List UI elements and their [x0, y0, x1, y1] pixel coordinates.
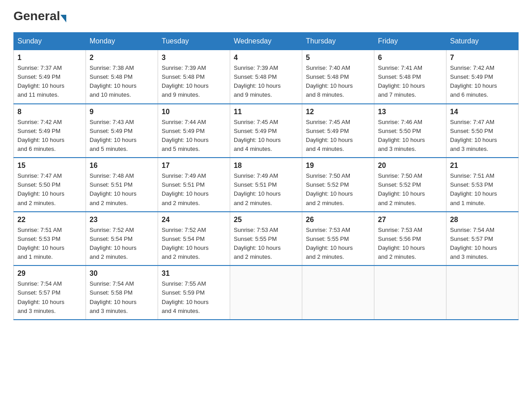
calendar-day-cell: 9 Sunrise: 7:43 AMSunset: 5:49 PMDayligh… [86, 104, 158, 158]
calendar-day-cell: 1 Sunrise: 7:37 AMSunset: 5:49 PMDayligh… [14, 50, 86, 104]
calendar-day-cell: 17 Sunrise: 7:49 AMSunset: 5:51 PMDaylig… [158, 158, 230, 212]
day-info: Sunrise: 7:53 AMSunset: 5:55 PMDaylight:… [234, 227, 281, 260]
day-number: 6 [378, 54, 442, 62]
calendar-day-cell: 5 Sunrise: 7:40 AMSunset: 5:48 PMDayligh… [302, 50, 374, 104]
day-info: Sunrise: 7:47 AMSunset: 5:50 PMDaylight:… [450, 119, 497, 152]
day-number: 10 [162, 108, 226, 116]
day-number: 13 [378, 108, 442, 116]
calendar-day-cell [302, 265, 374, 320]
calendar-day-cell: 7 Sunrise: 7:42 AMSunset: 5:49 PMDayligh… [446, 50, 519, 104]
day-number: 28 [450, 216, 515, 224]
day-number: 26 [306, 216, 370, 224]
calendar-header-saturday: Saturday [446, 33, 519, 50]
day-number: 31 [162, 270, 226, 278]
day-info: Sunrise: 7:43 AMSunset: 5:49 PMDaylight:… [90, 119, 137, 152]
calendar-header-monday: Monday [86, 33, 158, 50]
day-number: 17 [162, 162, 226, 170]
logo: General [13, 9, 67, 23]
calendar-day-cell [230, 265, 302, 320]
day-number: 30 [90, 270, 154, 278]
calendar-day-cell: 21 Sunrise: 7:51 AMSunset: 5:53 PMDaylig… [446, 158, 519, 212]
day-number: 19 [306, 162, 370, 170]
day-number: 11 [234, 108, 298, 116]
calendar-day-cell [446, 265, 519, 320]
calendar-day-cell: 11 Sunrise: 7:45 AMSunset: 5:49 PMDaylig… [230, 104, 302, 158]
day-number: 9 [90, 108, 154, 116]
day-number: 25 [234, 216, 298, 224]
calendar-header-row: SundayMondayTuesdayWednesdayThursdayFrid… [14, 33, 519, 50]
day-number: 20 [378, 162, 442, 170]
day-number: 7 [450, 54, 515, 62]
calendar-day-cell: 19 Sunrise: 7:50 AMSunset: 5:52 PMDaylig… [302, 158, 374, 212]
day-info: Sunrise: 7:40 AMSunset: 5:48 PMDaylight:… [306, 64, 353, 98]
calendar-table: SundayMondayTuesdayWednesdayThursdayFrid… [13, 32, 519, 320]
day-info: Sunrise: 7:51 AMSunset: 5:53 PMDaylight:… [17, 227, 64, 260]
day-info: Sunrise: 7:52 AMSunset: 5:54 PMDaylight:… [90, 227, 137, 260]
calendar-week-row: 15 Sunrise: 7:47 AMSunset: 5:50 PMDaylig… [14, 158, 519, 212]
calendar-header-wednesday: Wednesday [230, 33, 302, 50]
day-info: Sunrise: 7:54 AMSunset: 5:58 PMDaylight:… [90, 280, 137, 314]
day-info: Sunrise: 7:53 AMSunset: 5:55 PMDaylight:… [306, 227, 353, 260]
day-number: 27 [378, 216, 442, 224]
calendar-day-cell: 2 Sunrise: 7:38 AMSunset: 5:48 PMDayligh… [86, 50, 158, 104]
calendar-header-friday: Friday [374, 33, 446, 50]
calendar-header-sunday: Sunday [14, 33, 86, 50]
day-info: Sunrise: 7:50 AMSunset: 5:52 PMDaylight:… [306, 172, 353, 206]
calendar-day-cell: 14 Sunrise: 7:47 AMSunset: 5:50 PMDaylig… [446, 104, 519, 158]
calendar-day-cell: 4 Sunrise: 7:39 AMSunset: 5:48 PMDayligh… [230, 50, 302, 104]
calendar-day-cell: 29 Sunrise: 7:54 AMSunset: 5:57 PMDaylig… [14, 265, 86, 320]
logo-arrow-icon [60, 15, 66, 22]
day-info: Sunrise: 7:37 AMSunset: 5:49 PMDaylight:… [17, 64, 64, 98]
page-header: General [13, 9, 519, 23]
day-info: Sunrise: 7:42 AMSunset: 5:49 PMDaylight:… [17, 119, 64, 152]
logo-general-text: General [13, 9, 60, 23]
calendar-day-cell: 27 Sunrise: 7:53 AMSunset: 5:56 PMDaylig… [374, 212, 446, 266]
calendar-header-tuesday: Tuesday [158, 33, 230, 50]
calendar-day-cell: 10 Sunrise: 7:44 AMSunset: 5:49 PMDaylig… [158, 104, 230, 158]
calendar-week-row: 29 Sunrise: 7:54 AMSunset: 5:57 PMDaylig… [14, 265, 519, 320]
calendar-day-cell [374, 265, 446, 320]
calendar-day-cell: 30 Sunrise: 7:54 AMSunset: 5:58 PMDaylig… [86, 265, 158, 320]
day-number: 15 [17, 162, 82, 170]
day-info: Sunrise: 7:49 AMSunset: 5:51 PMDaylight:… [162, 172, 209, 206]
calendar-day-cell: 23 Sunrise: 7:52 AMSunset: 5:54 PMDaylig… [86, 212, 158, 266]
day-info: Sunrise: 7:45 AMSunset: 5:49 PMDaylight:… [306, 119, 353, 152]
day-number: 5 [306, 54, 370, 62]
calendar-day-cell: 26 Sunrise: 7:53 AMSunset: 5:55 PMDaylig… [302, 212, 374, 266]
calendar-day-cell: 8 Sunrise: 7:42 AMSunset: 5:49 PMDayligh… [14, 104, 86, 158]
day-info: Sunrise: 7:55 AMSunset: 5:59 PMDaylight:… [162, 280, 209, 314]
calendar-day-cell: 18 Sunrise: 7:49 AMSunset: 5:51 PMDaylig… [230, 158, 302, 212]
calendar-header-thursday: Thursday [302, 33, 374, 50]
day-info: Sunrise: 7:52 AMSunset: 5:54 PMDaylight:… [162, 227, 209, 260]
calendar-week-row: 8 Sunrise: 7:42 AMSunset: 5:49 PMDayligh… [14, 104, 519, 158]
calendar-day-cell: 20 Sunrise: 7:50 AMSunset: 5:52 PMDaylig… [374, 158, 446, 212]
day-number: 21 [450, 162, 515, 170]
calendar-day-cell: 28 Sunrise: 7:54 AMSunset: 5:57 PMDaylig… [446, 212, 519, 266]
day-info: Sunrise: 7:45 AMSunset: 5:49 PMDaylight:… [234, 119, 281, 152]
day-number: 14 [450, 108, 515, 116]
day-info: Sunrise: 7:38 AMSunset: 5:48 PMDaylight:… [90, 64, 137, 98]
calendar-day-cell: 12 Sunrise: 7:45 AMSunset: 5:49 PMDaylig… [302, 104, 374, 158]
day-number: 22 [17, 216, 82, 224]
day-info: Sunrise: 7:42 AMSunset: 5:49 PMDaylight:… [450, 64, 497, 98]
day-info: Sunrise: 7:49 AMSunset: 5:51 PMDaylight:… [234, 172, 281, 206]
calendar-week-row: 1 Sunrise: 7:37 AMSunset: 5:49 PMDayligh… [14, 50, 519, 104]
calendar-week-row: 22 Sunrise: 7:51 AMSunset: 5:53 PMDaylig… [14, 212, 519, 266]
day-info: Sunrise: 7:48 AMSunset: 5:51 PMDaylight:… [90, 172, 137, 206]
day-number: 16 [90, 162, 154, 170]
day-number: 24 [162, 216, 226, 224]
day-number: 23 [90, 216, 154, 224]
day-info: Sunrise: 7:41 AMSunset: 5:48 PMDaylight:… [378, 64, 425, 98]
calendar-day-cell: 16 Sunrise: 7:48 AMSunset: 5:51 PMDaylig… [86, 158, 158, 212]
day-info: Sunrise: 7:39 AMSunset: 5:48 PMDaylight:… [162, 64, 209, 98]
day-number: 8 [17, 108, 82, 116]
day-number: 18 [234, 162, 298, 170]
calendar-day-cell: 25 Sunrise: 7:53 AMSunset: 5:55 PMDaylig… [230, 212, 302, 266]
day-number: 29 [17, 270, 82, 278]
day-number: 3 [162, 54, 226, 62]
day-info: Sunrise: 7:44 AMSunset: 5:49 PMDaylight:… [162, 119, 209, 152]
calendar-day-cell: 13 Sunrise: 7:46 AMSunset: 5:50 PMDaylig… [374, 104, 446, 158]
day-info: Sunrise: 7:53 AMSunset: 5:56 PMDaylight:… [378, 227, 425, 260]
day-number: 12 [306, 108, 370, 116]
day-info: Sunrise: 7:47 AMSunset: 5:50 PMDaylight:… [17, 172, 64, 206]
